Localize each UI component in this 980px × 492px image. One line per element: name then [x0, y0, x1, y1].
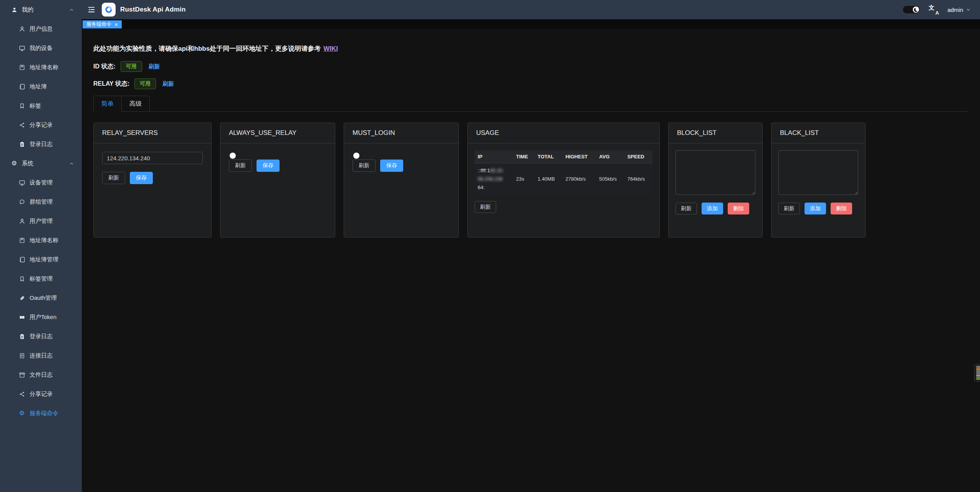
dark-mode-toggle[interactable] [902, 5, 920, 14]
always-use-relay-save-button[interactable]: 保存 [257, 160, 280, 172]
block-list-add-button[interactable]: 添加 [702, 203, 723, 214]
block-list-refresh-button[interactable]: 刷新 [675, 203, 697, 214]
sidebar-item-连接日志[interactable]: 连接日志 [0, 346, 82, 365]
user-menu[interactable]: admin [947, 7, 971, 13]
language-icon[interactable]: 文A [929, 5, 939, 15]
sidebar-item-地址簿管理[interactable]: 地址簿管理 [0, 250, 82, 269]
sidebar-item-label: 分享记录 [30, 391, 53, 398]
sidebar-item-分享记录[interactable]: 分享记录 [0, 115, 82, 135]
minimap-stripe [976, 376, 980, 376]
sidebar-item-label: Oauth管理 [30, 294, 57, 302]
usage-refresh-button[interactable]: 刷新 [475, 201, 496, 213]
sidebar: 我的用户信息我的设备地址簿名称地址簿标签分享记录登录日志⚙系统设备管理群组管理用… [0, 0, 82, 492]
sidebar-item-群组管理[interactable]: 群组管理 [0, 192, 82, 211]
relay-save-button[interactable]: 保存 [130, 172, 153, 184]
user-filled-icon [11, 6, 18, 13]
sidebar-item-label: 服务端命令 [30, 410, 58, 417]
usage-total-cell: 1.40MB [535, 163, 562, 195]
id-status-badge: 可用 [121, 61, 142, 72]
sidebar-section-label: 我的 [22, 6, 33, 13]
sidebar-item-Oauth管理[interactable]: Oauth管理 [0, 288, 82, 308]
mode-tabs: 简单 高级 [93, 96, 968, 112]
close-icon[interactable]: × [114, 22, 118, 27]
black-list-textarea[interactable] [778, 150, 858, 195]
sidebar-item-label: 地址簿 [30, 83, 47, 90]
block-list-delete-button[interactable]: 删除 [728, 203, 749, 214]
relay-servers-input[interactable] [102, 152, 203, 164]
settings-cards: RELAY_SERVERS 刷新 保存 ALWAYS_USE_RELAY 刷新 … [93, 123, 968, 238]
document-icon [18, 352, 25, 359]
usage-row: ::ffff:185.20. 58.206.236 64: 23s 1.40MB… [475, 163, 652, 195]
sidebar-item-label: 标签管理 [30, 275, 53, 283]
always-use-relay-refresh-button[interactable]: 刷新 [229, 160, 252, 172]
sidebar-section-0[interactable]: 我的 [0, 0, 82, 19]
moon-icon [913, 7, 919, 13]
user-icon [18, 25, 25, 32]
id-status-row: ID 状态: 可用 刷新 [93, 61, 968, 72]
relay-refresh-button[interactable]: 刷新 [102, 172, 125, 184]
minimap-stripe [976, 375, 980, 376]
card-title: BLACK_LIST [771, 123, 865, 143]
black-list-delete-button[interactable]: 删除 [831, 203, 852, 214]
sidebar-item-地址簿[interactable]: 地址簿 [0, 77, 82, 96]
route-tab-label: 服务端命令 [86, 21, 111, 28]
minimap-stripe [976, 368, 980, 369]
bookmark-icon [18, 102, 25, 109]
block-list-textarea[interactable] [675, 150, 755, 195]
chat-icon [18, 198, 25, 205]
sidebar-item-label: 登录日志 [30, 333, 53, 340]
wiki-link[interactable]: WIKI [323, 45, 338, 52]
card-always-use-relay: ALWAYS_USE_RELAY 刷新 保存 [220, 123, 335, 238]
clipboard-icon [18, 333, 25, 340]
address-book-icon [18, 83, 25, 90]
minimap-widget[interactable] [974, 364, 980, 382]
must-login-refresh-button[interactable]: 刷新 [353, 160, 376, 172]
sidebar-collapse-icon[interactable] [87, 5, 96, 14]
usage-table: IP TIME TOTAL HIGHEST AVG SPEED ::ffff:1… [475, 150, 652, 195]
card-relay-servers: RELAY_SERVERS 刷新 保存 [93, 123, 212, 238]
sidebar-item-登录日志[interactable]: 登录日志 [0, 327, 82, 346]
user-icon [18, 218, 25, 224]
monitor-icon [18, 45, 25, 52]
sidebar-item-我的设备[interactable]: 我的设备 [0, 38, 82, 58]
black-list-refresh-button[interactable]: 刷新 [778, 203, 800, 214]
id-refresh-link[interactable]: 刷新 [149, 63, 160, 70]
sidebar-item-用户信息[interactable]: 用户信息 [0, 19, 82, 38]
sidebar-item-用户Token[interactable]: 用户Token [0, 308, 82, 327]
sidebar-item-label: 连接日志 [30, 352, 53, 359]
minimap-stripe [976, 379, 980, 380]
tab-advanced[interactable]: 高级 [122, 96, 150, 111]
monitor-icon [18, 179, 25, 186]
sidebar-item-文件日志[interactable]: 文件日志 [0, 365, 82, 384]
sidebar-item-标签管理[interactable]: 标签管理 [0, 269, 82, 288]
minimap-stripe [976, 372, 980, 373]
bookmark-icon [18, 275, 25, 282]
sidebar-item-标签[interactable]: 标签 [0, 96, 82, 115]
sidebar-item-label: 用户Token [30, 314, 56, 321]
sidebar-item-服务端命令[interactable]: ⚙服务端命令 [0, 404, 82, 423]
black-list-add-button[interactable]: 添加 [805, 203, 826, 214]
share-icon [18, 121, 25, 128]
notebook-icon [18, 237, 25, 244]
tab-simple[interactable]: 简单 [93, 96, 122, 111]
sidebar-item-用户管理[interactable]: 用户管理 [0, 211, 82, 231]
sidebar-item-label: 用户信息 [30, 25, 53, 33]
sidebar-item-label: 地址簿管理 [30, 256, 58, 263]
must-login-save-button[interactable]: 保存 [380, 160, 403, 172]
card-usage: USAGE IP TIME TOTAL HIGHEST AVG SPEED [467, 123, 660, 238]
sidebar-item-label: 用户管理 [30, 218, 53, 225]
relay-refresh-link[interactable]: 刷新 [162, 80, 174, 88]
sidebar-item-地址簿名称[interactable]: 地址簿名称 [0, 231, 82, 250]
sidebar-item-地址簿名称[interactable]: 地址簿名称 [0, 58, 82, 77]
sidebar-item-分享记录[interactable]: 分享记录 [0, 384, 82, 404]
chevron-down-icon [966, 7, 971, 12]
minimap-stripe [976, 369, 980, 370]
card-title: USAGE [468, 123, 659, 143]
minimap-stripe [976, 374, 980, 374]
sidebar-item-登录日志[interactable]: 登录日志 [0, 135, 82, 154]
route-tab-server-commands[interactable]: 服务端命令 × [83, 20, 122, 28]
card-must-login: MUST_LOGIN 刷新 保存 [344, 123, 459, 238]
sidebar-item-设备管理[interactable]: 设备管理 [0, 173, 82, 192]
redacted-ip-part: 85.20. [490, 168, 504, 173]
sidebar-section-1[interactable]: ⚙系统 [0, 154, 82, 173]
